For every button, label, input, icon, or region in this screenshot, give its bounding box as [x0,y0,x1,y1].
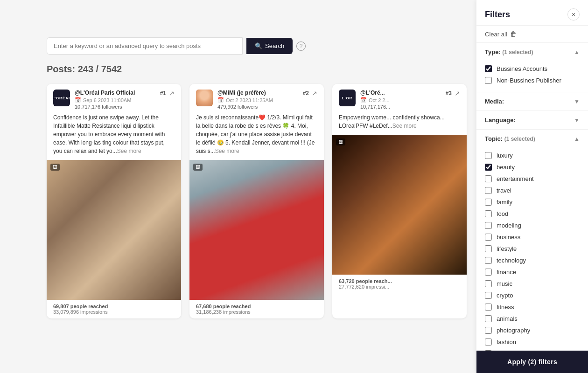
post-text: Confidence is just one swipe away. Let t… [47,113,181,160]
external-link-icon[interactable]: ↗ [312,90,317,97]
checkbox-item-travel[interactable]: travel [485,185,580,196]
checkbox-luxury[interactable] [485,152,492,159]
checkbox-item-lifestyle[interactable]: lifestyle [485,243,580,255]
post-username: @L'Oréal Paris Official [75,90,155,96]
help-icon[interactable]: ? [296,41,306,51]
checkbox-item-finance[interactable]: finance [485,266,580,278]
post-card: L'OR @L'Oré... 📅 Oct 2 2... 10,717,176..… [332,84,467,318]
checkbox-label: Non-Bussines Publisher [497,77,561,84]
language-section-title: Language: [485,117,516,124]
checkbox-item-animals[interactable]: animals [485,313,580,325]
close-button[interactable]: × [567,8,580,21]
post-footer: 67,680 people reached 31,186,238 impress… [189,300,324,318]
checkbox-music[interactable] [485,280,492,287]
checkbox-photography[interactable] [485,327,492,334]
checkbox-non-bussines[interactable] [485,77,492,84]
checkbox-item-luxury[interactable]: luxury [485,150,580,161]
checkbox-label: music [497,280,512,287]
checkbox-item-photography[interactable]: photography [485,325,580,336]
checkbox-item-technology[interactable]: technology [485,255,580,266]
avatar [196,90,213,106]
image-label: 🖼 [336,138,345,145]
checkbox-item-music[interactable]: music [485,278,580,290]
post-header: @MiMi (je préfère) 📅 Oct 2 2023 11:25AM … [189,84,324,113]
chevron-down-icon: ▼ [574,98,580,105]
filter-header: Filters × [476,0,588,26]
checkbox-bussines-accounts[interactable] [485,65,492,72]
checkbox-item-entertainment[interactable]: entertainment [485,173,580,185]
post-image: 🖼 [47,160,181,300]
external-link-icon[interactable]: ↗ [169,90,175,97]
post-image: 🖼 [189,160,324,300]
checkbox-label: technology [497,257,526,264]
calendar-icon: 📅 [217,97,224,103]
checkbox-fitness[interactable] [485,304,492,311]
checkbox-business[interactable] [485,234,492,241]
checkbox-technology[interactable] [485,257,492,264]
checkbox-item-business[interactable]: business [485,231,580,243]
checkbox-label: luxury [497,152,513,159]
search-icon: 🔍 [255,42,262,49]
checkbox-label: finance [497,269,516,276]
post-footer: 69,807 people reached 33,079,896 impress… [47,300,181,318]
avatar: L'ORÉAL [53,90,70,106]
checkbox-item-food[interactable]: food [485,208,580,220]
language-section-header[interactable]: Language: ▼ [476,111,588,129]
checkbox-travel[interactable] [485,187,492,194]
post-card: @MiMi (je préfère) 📅 Oct 2 2023 11:25AM … [189,84,324,318]
checkbox-item-crypto[interactable]: crypto [485,290,580,301]
checkbox-animals[interactable] [485,315,492,322]
checkbox-item-fashion[interactable]: fashion [485,336,580,348]
topic-section-header[interactable]: Topic: (1 selected) ▲ [476,130,588,148]
post-footer: 63,720 people reach... 27,772,620 impres… [332,275,467,293]
checkbox-item-family[interactable]: family [485,196,580,208]
media-section-header[interactable]: Media: ▼ [476,92,588,111]
see-more-link[interactable]: See more [215,148,239,154]
checkbox-crypto[interactable] [485,292,492,299]
checkbox-label: animals [497,315,518,322]
avatar: L'OR [339,90,356,106]
post-rank-area: #3 ↗ [446,90,460,97]
post-date: 📅 Oct 2 2... [360,97,441,103]
checkbox-modeling[interactable] [485,222,492,229]
checkbox-fashion[interactable] [485,338,492,345]
post-username: @L'Oré... [360,90,441,96]
checkbox-finance[interactable] [485,269,492,276]
checkbox-item-bussines-accounts[interactable]: Bussines Accounts [485,63,580,75]
type-section-header[interactable]: Type: (1 selected) ▲ [476,43,588,61]
checkbox-label: crypto [497,292,513,299]
image-label: 🖼 [50,164,60,171]
see-more-link[interactable]: See more [117,148,141,154]
checkbox-entertainment[interactable] [485,175,492,182]
checkbox-item-modeling[interactable]: modeling [485,220,580,231]
post-meta: @L'Oréal Paris Official 📅 Sep 6 2023 11:… [75,90,155,110]
see-more-link[interactable]: See more [392,123,417,129]
checkbox-food[interactable] [485,210,492,217]
apply-filters-button[interactable]: Apply (2) filters [476,351,588,373]
rank-badge: #2 [303,90,309,97]
post-text: Je suis si reconnaissante❤️ 1/2/3. Mimi … [189,113,324,160]
checkbox-label: travel [497,187,511,194]
post-header: L'OR @L'Oré... 📅 Oct 2 2... 10,717,176..… [332,84,467,113]
search-button[interactable]: 🔍 Search [246,38,293,54]
checkbox-label: lifestyle [497,245,517,252]
external-link-icon[interactable]: ↗ [455,90,460,97]
checkbox-lifestyle[interactable] [485,245,492,252]
checkbox-beauty[interactable] [485,164,492,171]
clear-all-button[interactable]: Clear all [485,31,507,38]
search-input[interactable] [47,37,243,55]
topic-section-title: Topic: (1 selected) [485,135,535,142]
checkbox-family[interactable] [485,199,492,206]
main-content: 🔍 Search ? Posts: 243 / 7542 L'ORÉAL @L'… [0,0,476,373]
post-username: @MiMi (je préfère) [217,90,298,96]
post-rank-area: #1 ↗ [160,90,175,97]
checkbox-item-beauty[interactable]: beauty [485,161,580,173]
topic-selected-count: (1 selected) [504,136,535,142]
post-followers: 479,902 followers [217,104,298,110]
checkbox-label: entertainment [497,175,534,182]
reached-stat: 69,807 people reached [53,304,175,309]
checkbox-item-fitness[interactable]: fitness [485,301,580,313]
search-bar-row: 🔍 Search ? [47,37,467,55]
checkbox-item-non-bussines[interactable]: Non-Bussines Publisher [485,75,580,86]
rank-badge: #1 [160,90,166,97]
